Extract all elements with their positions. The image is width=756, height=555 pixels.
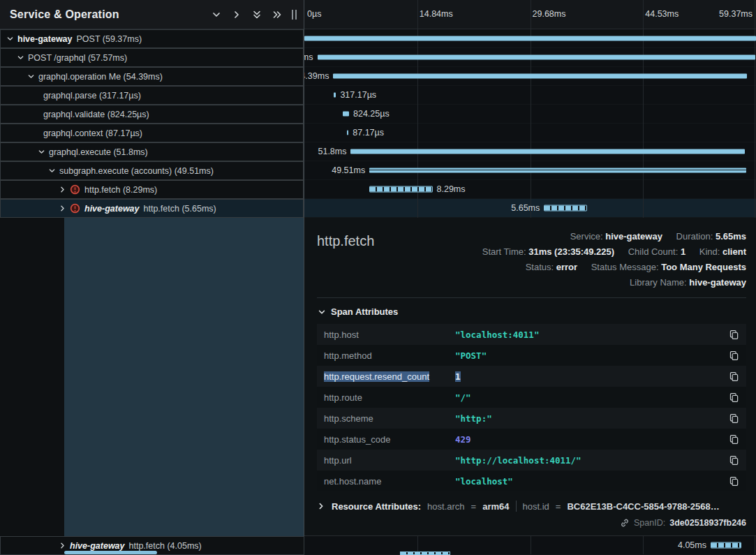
library-name-label: Library Name:: [630, 277, 687, 288]
attr-key: http.request.resend_count: [324, 371, 455, 382]
error-icon: [70, 184, 80, 195]
tree-row[interactable]: graphql.execute (51.8ms): [0, 142, 304, 161]
span-duration-label: 824.25µs: [353, 109, 390, 119]
copy-icon[interactable]: [729, 434, 739, 445]
panel-title: Service & Operation: [10, 8, 212, 21]
attr-row[interactable]: net.host.name "localhost": [317, 471, 746, 491]
operation-label: subgraph.execute (accounts) (49.51ms): [59, 166, 214, 176]
waterfall-row[interactable]: 59.37ms: [304, 29, 756, 48]
attr-row-highlighted[interactable]: http.request.resend_count 1: [317, 366, 746, 387]
copy-icon[interactable]: [729, 455, 739, 466]
attr-row[interactable]: http.status_code 429: [317, 429, 746, 450]
waterfall-row[interactable]: 4.05ms: [304, 536, 756, 555]
copy-icon[interactable]: [729, 476, 739, 487]
copy-icon[interactable]: [729, 350, 739, 361]
status-message-value: Too Many Requests: [661, 262, 746, 272]
span-title: http.fetch: [317, 229, 374, 290]
panel-resize-handle[interactable]: [290, 8, 298, 21]
tree-row[interactable]: http.fetch (8.29ms): [0, 180, 304, 199]
waterfall-row-selected[interactable]: 5.65ms: [304, 199, 756, 218]
attr-key: http.scheme: [324, 413, 455, 424]
chevron-down-icon[interactable]: [47, 167, 57, 175]
tree-row[interactable]: subgraph.execute (accounts) (49.51ms): [0, 161, 304, 180]
span-bar[interactable]: [711, 542, 741, 549]
attr-value: 429: [455, 434, 723, 445]
left-panel-header: Service & Operation: [0, 0, 304, 29]
tree-row[interactable]: hive-gateway POST (59.37ms): [0, 29, 304, 48]
span-duration-label: 57.57ms: [304, 52, 313, 62]
waterfall-row[interactable]: 87.17µs: [304, 124, 756, 142]
double-chevron-down-icon[interactable]: [252, 10, 262, 20]
chevron-down-icon[interactable]: [36, 148, 46, 156]
waterfall-row[interactable]: 317.17µs: [304, 86, 756, 105]
status-message-label: Status Message:: [591, 262, 659, 272]
chevron-right-icon[interactable]: [57, 205, 67, 212]
waterfall-row[interactable]: 57.57ms: [304, 48, 756, 67]
waterfall-row[interactable]: 824.25µs: [304, 105, 756, 124]
double-chevron-right-icon[interactable]: [272, 10, 282, 20]
attr-row[interactable]: http.route "/": [317, 387, 746, 408]
copy-icon[interactable]: [729, 330, 739, 340]
ruler-tick: 0µs: [307, 9, 321, 19]
operation-label: POST /graphql (57.57ms): [28, 53, 127, 63]
tree-row[interactable]: graphql.operation Me (54.39ms): [0, 67, 304, 86]
span-bar[interactable]: [304, 36, 756, 41]
span-bar[interactable]: [334, 93, 336, 98]
operation-label: graphql.operation Me (54.39ms): [38, 72, 163, 82]
chevron-right-icon[interactable]: [232, 10, 242, 20]
operation-label: graphql.parse (317.17µs): [43, 91, 141, 101]
attr-row[interactable]: http.url "http://localhost:4011/": [317, 450, 746, 471]
chevron-down-icon[interactable]: [212, 10, 221, 20]
span-bar[interactable]: [369, 186, 432, 193]
resource-attributes-row[interactable]: Resource Attributes: host.arch = arm64 h…: [317, 501, 746, 512]
span-id-row: SpanID: 3de02518937fb246: [317, 518, 746, 528]
waterfall-row[interactable]: 54.39ms: [304, 67, 756, 86]
span-bar[interactable]: [347, 131, 348, 135]
chevron-down-icon[interactable]: [5, 35, 15, 43]
chevron-right-icon[interactable]: [57, 542, 67, 549]
span-bar[interactable]: [369, 168, 746, 173]
panel-header-icons: [212, 10, 282, 20]
duration-value: 5.65ms: [716, 231, 746, 242]
copy-icon[interactable]: [729, 392, 739, 403]
waterfall-row[interactable]: 8.29ms: [304, 180, 756, 199]
attr-key: net.host.name: [324, 476, 455, 487]
horizontal-scrollbar[interactable]: [64, 551, 157, 554]
span-bar[interactable]: [318, 55, 755, 60]
library-name-value: hive-gateway: [689, 277, 746, 288]
tree-row[interactable]: POST /graphql (57.57ms): [0, 48, 304, 67]
chevron-down-icon[interactable]: [26, 73, 36, 80]
attr-row[interactable]: http.method "POST": [317, 345, 746, 366]
span-duration-label: 8.29ms: [437, 184, 466, 194]
attr-value: "POST": [455, 350, 723, 361]
span-bar[interactable]: [333, 74, 747, 79]
waterfall-row[interactable]: 49.51ms: [304, 161, 756, 180]
operation-label: POST (59.37ms): [77, 34, 142, 44]
kind-value: client: [722, 246, 746, 257]
attr-row[interactable]: http.host "localhost:4011": [317, 324, 746, 345]
attr-key: http.route: [324, 392, 455, 403]
start-time-value: 31ms (23:35:49.225): [528, 246, 614, 257]
copy-icon[interactable]: [729, 413, 739, 424]
ruler-tick: 44.53ms: [645, 9, 679, 19]
span-bar[interactable]: [350, 149, 745, 154]
attr-row[interactable]: http.scheme "http:": [317, 408, 746, 429]
service-label: Service:: [570, 231, 603, 242]
service-operation-panel: Service & Operation hive-gateway POST (5…: [0, 0, 304, 555]
span-attributes-header[interactable]: Span Attributes: [318, 306, 746, 317]
tree-row-selected[interactable]: hive-gateway http.fetch (5.65ms): [0, 199, 304, 218]
tree-row[interactable]: graphql.context (87.17µs): [0, 124, 304, 142]
attr-key: http.url: [324, 455, 455, 466]
chevron-down-icon[interactable]: [15, 54, 25, 61]
operation-label: graphql.context (87.17µs): [43, 128, 142, 138]
tree-row[interactable]: graphql.parse (317.17µs): [0, 86, 304, 105]
child-count-value: 1: [681, 246, 685, 257]
waterfall-row[interactable]: 51.8ms: [304, 142, 756, 161]
chevron-right-icon[interactable]: [57, 186, 67, 193]
span-bar[interactable]: [343, 112, 349, 117]
attr-key: http.host: [324, 330, 455, 340]
span-id-label: SpanID:: [634, 518, 665, 528]
span-bar[interactable]: [544, 205, 587, 212]
copy-icon[interactable]: [729, 371, 739, 382]
tree-row[interactable]: graphql.validate (824.25µs): [0, 105, 304, 124]
